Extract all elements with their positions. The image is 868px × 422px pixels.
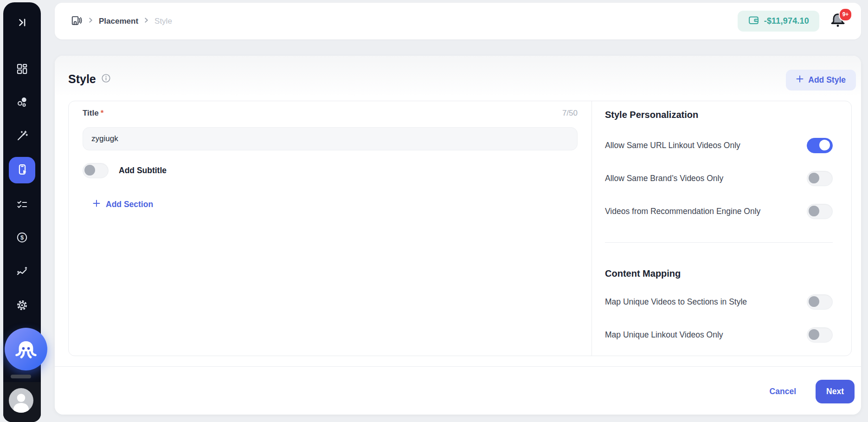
checklist-icon — [16, 198, 28, 213]
trend-icon — [16, 266, 28, 280]
wallet-icon — [748, 14, 759, 28]
sidebar-item-magic-tools[interactable] — [3, 130, 41, 144]
add-style-label: Add Style — [808, 75, 846, 85]
sidebar-item-monetization[interactable]: $ — [3, 231, 41, 246]
add-style-button[interactable]: Add Style — [786, 70, 856, 91]
phone-play-icon — [16, 163, 29, 178]
sidebar-item-analytics[interactable] — [3, 266, 41, 280]
topbar-actions: -$11,974.10 9+ — [738, 11, 853, 32]
style-card: Style Add Style T — [55, 56, 861, 415]
cancel-button[interactable]: Cancel — [770, 387, 796, 396]
map-unique-videos-toggle[interactable] — [807, 294, 833, 310]
style-form-right: Style Personalization Allow Same URL Lin… — [592, 101, 851, 356]
same-brand-videos-toggle[interactable] — [807, 171, 833, 186]
required-asterisk: * — [101, 109, 104, 117]
toggle-row-label: Allow Same URL Linkout Videos Only — [605, 141, 740, 150]
dollar-glyph: $ — [20, 234, 24, 241]
toggle-knob — [809, 329, 819, 340]
collapse-panel-icon — [16, 16, 28, 31]
notification-count-badge: 9+ — [839, 8, 852, 21]
style-form-panel: Title* 7/50 Add Subtitle Add Section — [68, 101, 852, 356]
toggle-row: Map Unique Linkout Videos Only — [605, 327, 833, 343]
style-personalization-heading: Style Personalization — [605, 110, 833, 120]
toggle-row-label: Videos from Recommendation Engine Only — [605, 207, 760, 216]
title-input[interactable] — [83, 127, 578, 150]
sidebar-item-settings[interactable] — [3, 299, 41, 313]
top-bar: Placement Style -$11,974.10 — [55, 3, 861, 39]
dollar-icon: $ — [16, 231, 28, 246]
toggle-row: Videos from Recommendation Engine Only — [605, 204, 833, 219]
app-window: $ — [0, 0, 868, 422]
sidebar-resize-handle[interactable] — [11, 375, 31, 378]
toggle-knob — [809, 296, 819, 307]
page-title: Style — [68, 72, 96, 86]
toggle-row: Allow Same Brand’s Videos Only — [605, 171, 833, 186]
octopus-logo[interactable] — [5, 328, 47, 370]
toggle-row: Map Unique Videos to Sections in Style — [605, 294, 833, 310]
toggle-knob — [84, 165, 95, 175]
toggle-knob — [809, 173, 819, 183]
add-subtitle-toggle[interactable] — [83, 163, 109, 178]
map-unique-linkout-toggle[interactable] — [807, 327, 833, 343]
sidebar-item-dashboard[interactable] — [3, 63, 41, 77]
toggle-row-label: Map Unique Linkout Videos Only — [605, 330, 723, 340]
next-button[interactable]: Next — [816, 380, 855, 403]
toggle-row: Allow Same URL Linkout Videos Only — [605, 138, 833, 153]
sidebar-item-checklist[interactable] — [3, 198, 41, 213]
content-mapping-heading: Content Mapping — [605, 268, 833, 279]
same-url-linkout-toggle[interactable] — [807, 138, 833, 153]
collapse-panel-button[interactable] — [3, 16, 41, 31]
footer-divider — [55, 366, 861, 367]
add-section-button[interactable]: Add Section — [93, 200, 153, 209]
balance-amount: -$11,974.10 — [764, 16, 809, 26]
sidebar-item-clusters[interactable] — [3, 96, 41, 110]
sidebar: $ — [3, 2, 41, 422]
toggle-knob — [819, 140, 830, 150]
style-form-left: Title* 7/50 Add Subtitle Add Section — [69, 101, 592, 356]
footer-actions: Cancel Next — [770, 380, 855, 403]
magic-wand-icon — [16, 130, 28, 144]
home-building-icon[interactable] — [71, 14, 83, 28]
toggle-row-label: Map Unique Videos to Sections in Style — [605, 297, 747, 307]
char-counter: 7/50 — [562, 109, 578, 118]
page-title-row: Style — [68, 72, 111, 86]
sidebar-item-placement-active[interactable] — [9, 157, 35, 183]
breadcrumb-style: Style — [154, 17, 172, 26]
chevron-right-icon — [87, 17, 94, 26]
toggle-row-label: Allow Same Brand’s Videos Only — [605, 174, 723, 183]
bubbles-icon — [16, 96, 28, 110]
title-field-header: Title* 7/50 — [83, 109, 578, 118]
info-icon[interactable] — [101, 73, 111, 85]
dashboard-icon — [16, 63, 28, 77]
chevron-right-icon — [143, 17, 150, 26]
plus-icon — [93, 200, 100, 209]
plus-icon — [796, 75, 804, 85]
settings-gear-icon — [16, 299, 28, 313]
add-section-label: Add Section — [106, 200, 153, 209]
wallet-balance[interactable]: -$11,974.10 — [738, 11, 819, 32]
user-avatar[interactable] — [9, 388, 33, 413]
recommendation-engine-toggle[interactable] — [807, 204, 833, 219]
breadcrumb-placement[interactable]: Placement — [99, 17, 138, 26]
add-subtitle-row: Add Subtitle — [83, 163, 578, 178]
section-divider — [605, 242, 833, 243]
add-subtitle-label: Add Subtitle — [119, 166, 167, 175]
toggle-knob — [809, 206, 819, 216]
title-label: Title* — [83, 109, 103, 118]
breadcrumb: Placement Style — [71, 14, 172, 28]
notifications-button[interactable]: 9+ — [829, 12, 846, 31]
